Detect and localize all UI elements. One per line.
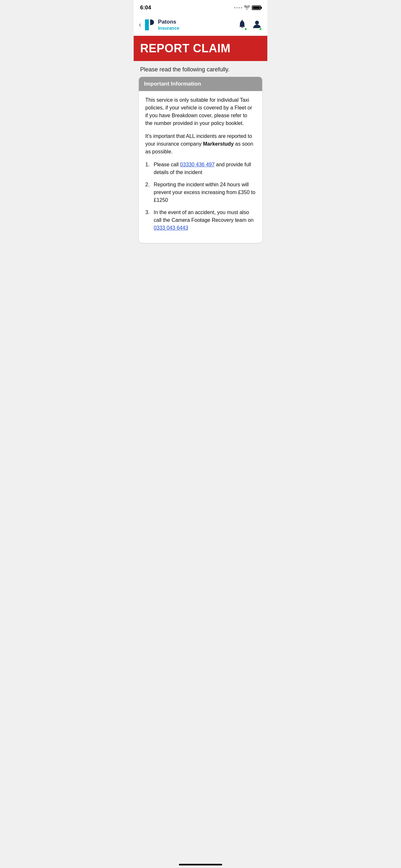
logo-icon xyxy=(144,18,155,32)
info-list: 1. Please call 03330 436 497 and provide… xyxy=(145,161,256,232)
list-number-2: 2. xyxy=(145,181,151,204)
svg-rect-1 xyxy=(242,20,243,21)
page-title-banner: REPORT CLAIM xyxy=(134,36,267,61)
list-item-1-text: Please call 03330 436 497 and provide fu… xyxy=(154,161,256,176)
logo: Patons Insurance xyxy=(144,18,179,32)
status-bar: 6:04 xyxy=(134,0,267,14)
subtitle-text: Please read the following carefully. xyxy=(140,66,261,73)
nav-left: ‹ Patons Insurance xyxy=(139,18,179,32)
list-number-3: 3. xyxy=(145,209,151,232)
list-item: 2. Reporting the incident within 24 hour… xyxy=(145,181,256,204)
list-item: 1. Please call 03330 436 497 and provide… xyxy=(145,161,256,176)
logo-insurance: Insurance xyxy=(158,26,179,31)
nav-right xyxy=(237,19,262,31)
wifi-icon xyxy=(244,5,250,10)
profile-badge xyxy=(259,27,262,31)
svg-rect-0 xyxy=(149,20,150,30)
notification-badge xyxy=(244,27,247,31)
subtitle-section: Please read the following carefully. xyxy=(134,61,267,77)
status-icons xyxy=(234,5,261,10)
list-item: 3. In the event of an accident, you must… xyxy=(145,209,256,232)
info-card: Important Information This service is on… xyxy=(139,77,262,243)
phone-link-1[interactable]: 03330 436 497 xyxy=(180,162,215,167)
signal-dots-icon xyxy=(234,7,242,8)
list-item-2-text: Reporting the incident within 24 hours w… xyxy=(154,181,256,204)
info-card-header-text: Important Information xyxy=(144,81,201,87)
logo-text: Patons Insurance xyxy=(158,19,179,31)
svg-point-2 xyxy=(255,21,259,25)
back-button[interactable]: ‹ xyxy=(139,21,141,29)
info-paragraph-1: This service is only suitable for indivi… xyxy=(145,96,256,127)
status-time: 6:04 xyxy=(140,4,151,11)
page-title: REPORT CLAIM xyxy=(140,42,230,55)
logo-patons: Patons xyxy=(158,19,179,25)
nav-bar: ‹ Patons Insurance xyxy=(134,14,267,36)
info-card-header: Important Information xyxy=(139,77,262,91)
phone-link-2[interactable]: 0333 043 6443 xyxy=(154,225,188,230)
profile-button[interactable] xyxy=(252,19,262,31)
list-item-3-text: In the event of an accident, you must al… xyxy=(154,209,256,232)
paragraph-2-bold: Markerstudy xyxy=(203,141,234,147)
info-paragraph-2: It's important that ALL incidents are re… xyxy=(145,132,256,156)
battery-icon xyxy=(252,5,261,10)
page-content: Please read the following carefully. Imp… xyxy=(134,61,267,243)
notifications-button[interactable] xyxy=(237,19,247,31)
list-number-1: 1. xyxy=(145,161,151,176)
info-card-body: This service is only suitable for indivi… xyxy=(139,91,262,243)
